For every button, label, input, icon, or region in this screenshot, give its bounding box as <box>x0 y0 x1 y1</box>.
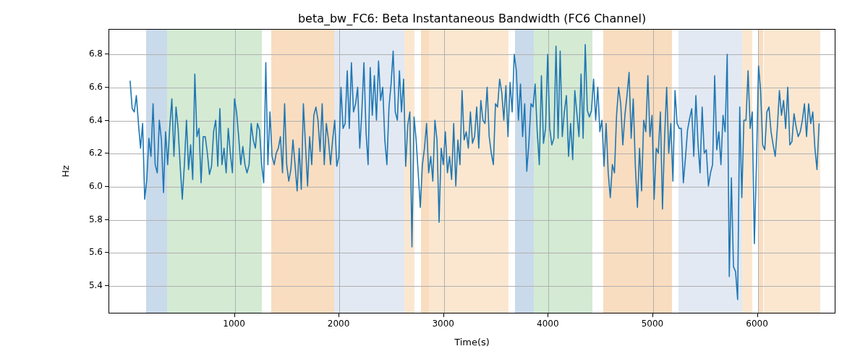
y-tick-mark <box>105 219 109 220</box>
x-tick-mark <box>443 313 444 317</box>
x-tick-label: 6000 <box>746 319 768 329</box>
x-tick-mark <box>652 313 653 317</box>
y-tick-label: 6.0 <box>74 181 103 191</box>
x-tick-label: 3000 <box>432 319 454 329</box>
x-tick-label: 5000 <box>642 319 664 329</box>
figure: beta_bw_FC6: Beta Instantaneous Bandwidt… <box>0 0 868 362</box>
chart-title: beta_bw_FC6: Beta Instantaneous Bandwidt… <box>109 12 835 25</box>
plot-area <box>109 29 835 313</box>
y-axis-label: Hz <box>58 29 72 313</box>
y-tick-label: 5.6 <box>74 247 103 257</box>
x-tick-label: 4000 <box>537 319 559 329</box>
x-tick-mark <box>234 313 235 317</box>
y-tick-label: 6.2 <box>74 148 103 158</box>
x-tick-label: 1000 <box>223 319 245 329</box>
y-tick-label: 6.6 <box>74 82 103 92</box>
y-tick-mark <box>105 285 109 286</box>
y-tick-label: 6.4 <box>74 115 103 125</box>
x-axis-label: Time(s) <box>109 337 835 348</box>
x-tick-mark <box>757 313 758 317</box>
y-tick-mark <box>105 120 109 121</box>
y-tick-mark <box>105 186 109 187</box>
y-tick-mark <box>105 252 109 253</box>
y-tick-label: 5.8 <box>74 214 103 224</box>
y-tick-mark <box>105 87 109 88</box>
x-tick-label: 2000 <box>328 319 350 329</box>
y-tick-label: 5.4 <box>74 280 103 290</box>
line-series <box>109 30 835 313</box>
x-tick-mark <box>548 313 548 317</box>
y-tick-label: 6.8 <box>74 49 103 59</box>
x-tick-mark <box>339 313 339 317</box>
y-tick-mark <box>105 153 109 153</box>
y-tick-mark <box>105 54 109 54</box>
